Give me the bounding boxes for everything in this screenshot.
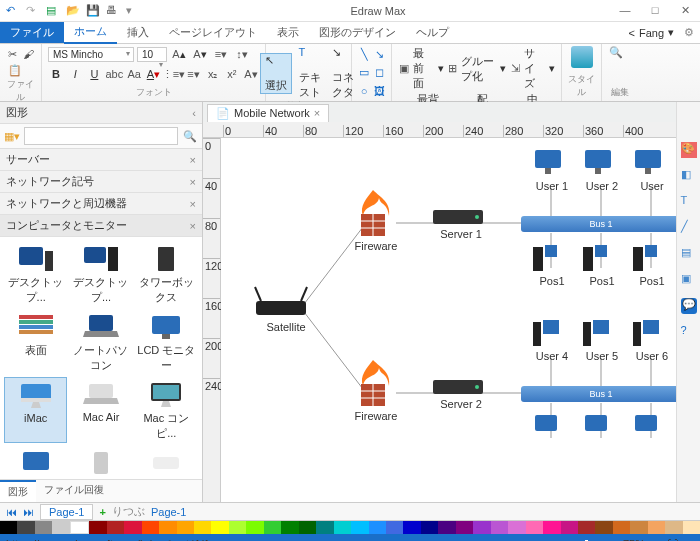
color-palette-bar[interactable] [0, 520, 700, 534]
node-bottom-a[interactable] [531, 413, 573, 443]
document-tab[interactable]: 📄Mobile Network× [207, 104, 329, 122]
close-icon[interactable]: × [314, 107, 320, 120]
node-pos-c[interactable]: Pos1 [631, 243, 673, 287]
node-user-2[interactable]: User 2 [581, 148, 623, 192]
tab-pagelayout[interactable]: ページレイアウト [159, 22, 267, 43]
add-page-button[interactable]: + [99, 506, 105, 518]
shape-search-input[interactable] [24, 127, 178, 145]
gear-icon[interactable]: ⚙ [684, 26, 694, 39]
shape-item[interactable] [135, 445, 198, 479]
font-family-select[interactable]: MS Mincho [48, 47, 134, 62]
node-bottom-c[interactable] [631, 413, 673, 443]
shrink-font-icon[interactable]: A▾ [191, 46, 209, 62]
tab-shapedesign[interactable]: 図形のデザイン [309, 22, 406, 43]
tab-help[interactable]: ヘルプ [406, 22, 459, 43]
line-style-icon[interactable]: ╱ [681, 220, 697, 236]
node-fireware-2[interactable]: Fireware [351, 358, 401, 422]
size-icon[interactable]: ⇲ [509, 61, 521, 77]
close-icon[interactable]: × [190, 176, 196, 188]
line-icon[interactable]: ╲ [358, 46, 370, 62]
open-icon[interactable]: 📂 [66, 4, 80, 18]
node-pos-b[interactable]: Pos1 [581, 243, 623, 287]
shape-maccomp[interactable]: Mac コンピ... [135, 377, 198, 443]
search-icon[interactable]: 🔍 [181, 128, 199, 144]
nav-prev-icon[interactable]: ⏮ [6, 506, 17, 518]
callout-icon[interactable]: ◻ [373, 65, 385, 81]
copy-icon[interactable]: 📋 [6, 62, 24, 78]
format-painter-icon[interactable]: 🖌 [22, 46, 35, 62]
shape-laptop[interactable]: ノートパソコン [69, 309, 132, 375]
case-button[interactable]: Aa [126, 66, 142, 82]
numbering-icon[interactable]: ≡▾ [185, 66, 201, 82]
font-size-select[interactable]: 10 [137, 47, 167, 62]
tab-shapes[interactable]: 図形 [0, 480, 36, 502]
tab-home[interactable]: ホーム [64, 21, 117, 44]
close-icon[interactable]: × [190, 220, 196, 232]
nav-next-icon[interactable]: ⏭ [23, 506, 34, 518]
style-button[interactable] [568, 46, 595, 68]
layers-icon[interactable]: ▤ [681, 246, 697, 262]
shape-item[interactable] [69, 445, 132, 479]
node-satellite[interactable]: Satellite [251, 283, 321, 333]
page-tab-2[interactable]: Page-1 [151, 506, 186, 518]
node-user-4[interactable]: User 4 [531, 318, 573, 362]
close-button[interactable]: ✕ [670, 4, 700, 17]
close-icon[interactable]: × [190, 198, 196, 210]
node-bus-1[interactable]: Bus 1 [521, 216, 676, 232]
print-icon[interactable]: 🖶 [106, 4, 120, 18]
props-icon[interactable]: ▣ [681, 272, 697, 288]
canvas[interactable]: Satellite Fireware Server 1 Bus 1 User 1… [221, 138, 676, 502]
tab-filerecovery[interactable]: ファイル回復 [36, 480, 112, 502]
shape-desktop[interactable]: デスクトップ... [4, 241, 67, 307]
node-pos-a[interactable]: Pos1 [531, 243, 573, 287]
highlight-icon[interactable]: A▾ [243, 66, 259, 82]
node-user-6[interactable]: User 6 [631, 318, 673, 362]
node-bus-2[interactable]: Bus 1 [521, 386, 676, 402]
category-network-periph[interactable]: ネットワークと周辺機器× [0, 193, 202, 215]
oval-icon[interactable]: ○ [358, 83, 370, 99]
node-bottom-b[interactable] [581, 413, 623, 443]
shape-item[interactable] [4, 445, 67, 479]
node-fireware-1[interactable]: Fireware [351, 188, 401, 252]
bullets-icon[interactable]: ⋮≡▾ [164, 66, 182, 82]
bring-front-icon[interactable]: ▣ [398, 61, 410, 77]
italic-button[interactable]: I [67, 66, 83, 82]
node-user-1[interactable]: User 1 [531, 148, 573, 192]
text-tool[interactable]: Tテキスト [295, 46, 325, 100]
help-icon[interactable]: ? [681, 324, 697, 340]
page-tab-1[interactable]: Page-1 [40, 504, 93, 520]
redo-icon[interactable]: ↷ [26, 4, 40, 18]
underline-button[interactable]: U [86, 66, 102, 82]
select-tool[interactable]: ↖選択 [260, 53, 292, 94]
view-list-icon[interactable]: ▤ [516, 538, 526, 542]
spacing-icon[interactable]: ↕▾ [233, 46, 251, 62]
category-computers[interactable]: コンピュータとモニター× [0, 215, 202, 237]
grow-font-icon[interactable]: A▴ [170, 46, 188, 62]
shape-macair[interactable]: Mac Air [69, 377, 132, 443]
file-menu[interactable]: ファイル [0, 22, 64, 43]
chat-icon[interactable]: 💬 [681, 298, 697, 314]
fill-icon[interactable]: ◧ [681, 168, 697, 184]
maximize-button[interactable]: □ [640, 4, 670, 17]
chevron-left-icon[interactable]: ‹ [192, 107, 196, 119]
shape-tower[interactable]: タワーボックス [135, 241, 198, 307]
view-grid-icon[interactable]: ▦ [500, 538, 510, 542]
arrow-icon[interactable]: ↘ [373, 46, 385, 62]
sub-icon[interactable]: x₂ [205, 66, 221, 82]
edit-button[interactable]: 🔍 [608, 46, 632, 68]
node-user-5[interactable]: User 5 [581, 318, 623, 362]
cut-icon[interactable]: ✂ [6, 46, 19, 62]
tab-view[interactable]: 表示 [267, 22, 309, 43]
new-icon[interactable]: ▤ [46, 4, 60, 18]
category-server[interactable]: サーバー× [0, 149, 202, 171]
fullscreen-icon[interactable]: ◱ [684, 538, 694, 542]
bold-button[interactable]: B [48, 66, 64, 82]
group-icon[interactable]: ⊞ [447, 61, 459, 77]
undo-icon[interactable]: ↶ [6, 4, 20, 18]
node-user[interactable]: User [631, 148, 673, 192]
align-icon[interactable]: ≡▾ [212, 46, 230, 62]
save-icon[interactable]: 💾 [86, 4, 100, 18]
sup-icon[interactable]: x² [224, 66, 240, 82]
node-server-1[interactable]: Server 1 [433, 210, 489, 240]
image-icon[interactable]: 🖼 [373, 83, 385, 99]
